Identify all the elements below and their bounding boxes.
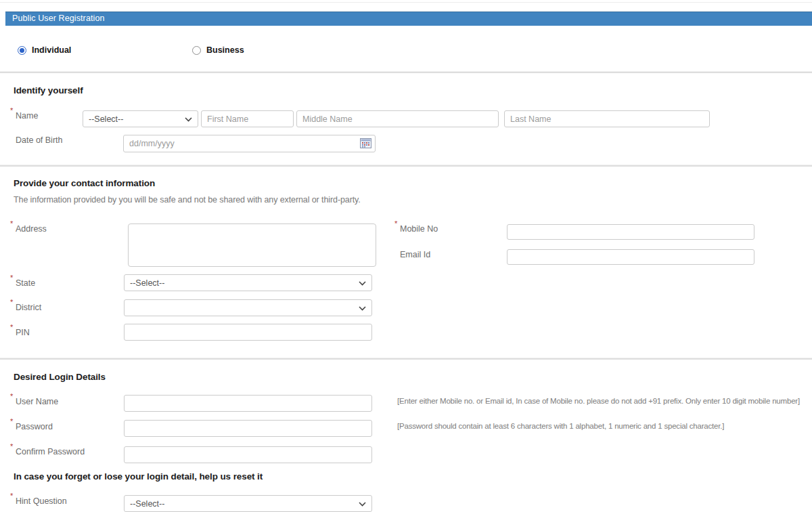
dob-input[interactable] xyxy=(123,135,376,152)
name-title-select[interactable]: --Select-- xyxy=(83,110,198,127)
chevron-down-icon xyxy=(359,502,366,507)
identify-heading: Identify yourself xyxy=(14,85,83,95)
section-divider xyxy=(0,358,812,360)
district-select[interactable] xyxy=(124,299,372,316)
public-user-registration-page: Public User Registration Individual Busi… xyxy=(0,0,812,512)
password-label: *Password xyxy=(16,422,53,431)
district-label: *District xyxy=(16,303,41,312)
pin-input[interactable] xyxy=(124,324,372,341)
username-input[interactable] xyxy=(124,395,372,412)
login-heading: Desired Login Details xyxy=(14,372,106,382)
name-label: *Name xyxy=(16,111,38,121)
mobile-input[interactable] xyxy=(507,224,754,240)
confirm-password-label: *Confirm Password xyxy=(16,447,85,456)
section-divider xyxy=(0,71,812,73)
confirm-password-input[interactable] xyxy=(124,446,372,463)
chevron-down-icon xyxy=(185,117,192,122)
radio-individual-label: Individual xyxy=(32,45,71,55)
chevron-down-icon xyxy=(359,281,366,286)
contact-heading: Provide your contact information xyxy=(14,178,155,188)
required-marker: * xyxy=(10,492,13,500)
email-label: Email Id xyxy=(400,250,430,259)
required-marker: * xyxy=(10,106,13,114)
required-marker: * xyxy=(10,298,13,306)
reset-heading: In case you forget or lose your login de… xyxy=(14,471,263,482)
contact-subtitle: The information provided by you will be … xyxy=(14,195,361,205)
dob-field[interactable] xyxy=(123,135,376,152)
state-select-value: --Select-- xyxy=(130,278,164,288)
hint-question-select[interactable]: --Select-- xyxy=(124,495,372,512)
first-name-input[interactable] xyxy=(201,110,294,127)
required-marker: * xyxy=(394,219,397,228)
radio-option-business[interactable]: Business xyxy=(192,45,244,55)
radio-option-individual[interactable]: Individual xyxy=(18,45,71,55)
page-title-bar: Public User Registration xyxy=(5,12,812,26)
pin-label: *PIN xyxy=(16,328,30,337)
address-textarea[interactable] xyxy=(128,223,376,267)
dob-label: Date of Birth xyxy=(16,135,62,145)
radio-business[interactable] xyxy=(192,46,201,55)
hint-question-select-value: --Select-- xyxy=(130,499,164,509)
name-title-select-value: --Select-- xyxy=(89,114,123,124)
chevron-down-icon xyxy=(359,306,366,311)
state-label: *State xyxy=(16,278,35,288)
section-divider xyxy=(0,165,812,167)
address-label: *Address xyxy=(16,224,47,234)
required-marker: * xyxy=(10,219,13,228)
mobile-label: *Mobile No xyxy=(400,224,438,234)
required-marker: * xyxy=(10,392,13,400)
calendar-icon[interactable] xyxy=(360,138,371,148)
password-hint: [Password should contain at least 6 char… xyxy=(397,422,724,430)
page-title: Public User Registration xyxy=(12,14,104,23)
username-hint: [Enter either Mobile no. or Email id, In… xyxy=(397,397,800,405)
last-name-input[interactable] xyxy=(504,110,710,127)
radio-business-label: Business xyxy=(206,45,244,55)
password-input[interactable] xyxy=(124,420,372,437)
required-marker: * xyxy=(10,323,13,331)
required-marker: * xyxy=(10,274,13,282)
required-marker: * xyxy=(10,442,13,450)
middle-name-input[interactable] xyxy=(296,110,499,127)
radio-individual[interactable] xyxy=(18,46,26,55)
top-hairline xyxy=(0,2,812,3)
hint-question-label: *Hint Question xyxy=(16,496,67,506)
email-input[interactable] xyxy=(507,249,754,265)
required-marker: * xyxy=(10,417,13,425)
state-select[interactable]: --Select-- xyxy=(124,274,372,291)
username-label: *User Name xyxy=(16,397,58,406)
